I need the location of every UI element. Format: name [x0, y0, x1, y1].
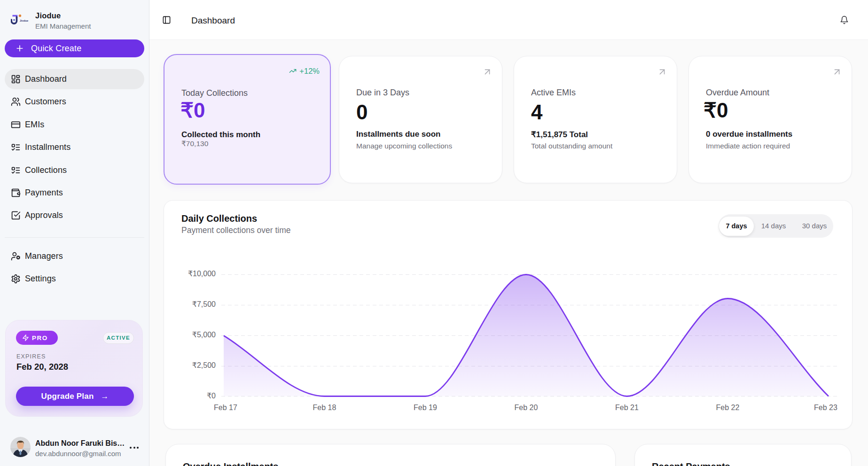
svg-text:Jiodue: Jiodue [20, 19, 28, 22]
